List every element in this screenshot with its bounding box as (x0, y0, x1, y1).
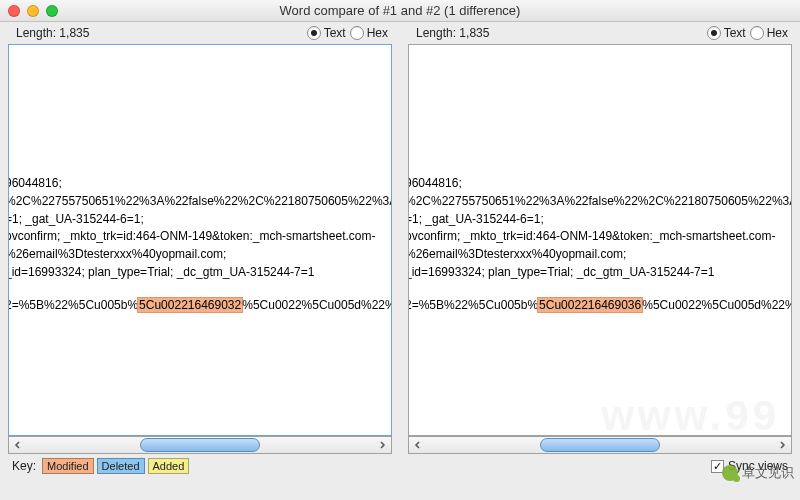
scroll-right-icon[interactable] (373, 437, 391, 453)
close-button[interactable] (8, 5, 20, 17)
radio-icon (307, 26, 321, 40)
zoom-button[interactable] (46, 5, 58, 17)
key-label: Key: (12, 459, 36, 473)
right-panel-header: Length: 1,835 Text Hex (400, 22, 800, 44)
left-content: 96044816; %2C%22755750651%22%3A%22false%… (8, 175, 387, 315)
legend-added: Added (148, 458, 190, 474)
right-textarea[interactable]: 96044816; %2C%22755750651%22%3A%22false%… (408, 44, 792, 436)
diff-highlight: 5Cu002216469036 (537, 297, 643, 313)
radio-icon (750, 26, 764, 40)
right-text-radio[interactable]: Text (707, 26, 746, 40)
scroll-left-icon[interactable] (409, 437, 427, 453)
right-length-label: Length: 1,835 (416, 26, 707, 40)
scroll-right-icon[interactable] (773, 437, 791, 453)
traffic-lights (8, 5, 58, 17)
left-hex-radio[interactable]: Hex (350, 26, 388, 40)
scroll-left-icon[interactable] (9, 437, 27, 453)
footer: Key: Modified Deleted Added Sync views (0, 454, 800, 478)
right-mode-radios: Text Hex (707, 26, 788, 40)
left-textarea[interactable]: 96044816; %2C%22755750651%22%3A%22false%… (8, 44, 392, 436)
left-panel-header: Length: 1,835 Text Hex (0, 22, 400, 44)
radio-icon (350, 26, 364, 40)
right-hex-radio[interactable]: Hex (750, 26, 788, 40)
scroll-thumb[interactable] (140, 438, 260, 452)
left-mode-radios: Text Hex (307, 26, 388, 40)
left-text-radio[interactable]: Text (307, 26, 346, 40)
left-panel: 96044816; %2C%22755750651%22%3A%22false%… (0, 44, 400, 454)
legend-deleted: Deleted (97, 458, 145, 474)
panel-header-bar: Length: 1,835 Text Hex Length: 1,835 Tex… (0, 22, 800, 44)
sync-views-checkbox[interactable]: Sync views (711, 459, 788, 473)
right-panel: 96044816; %2C%22755750651%22%3A%22false%… (400, 44, 800, 454)
diff-highlight: 5Cu002216469032 (137, 297, 243, 313)
legend-modified: Modified (42, 458, 94, 474)
right-content: 96044816; %2C%22755750651%22%3A%22false%… (408, 175, 787, 315)
radio-icon (707, 26, 721, 40)
right-hscrollbar[interactable] (408, 436, 792, 454)
minimize-button[interactable] (27, 5, 39, 17)
scroll-thumb[interactable] (540, 438, 660, 452)
panels: 96044816; %2C%22755750651%22%3A%22false%… (0, 44, 800, 454)
left-length-label: Length: 1,835 (16, 26, 307, 40)
checkbox-icon (711, 460, 724, 473)
titlebar: Word compare of #1 and #2 (1 difference) (0, 0, 800, 22)
left-hscrollbar[interactable] (8, 436, 392, 454)
window-title: Word compare of #1 and #2 (1 difference) (0, 3, 800, 18)
